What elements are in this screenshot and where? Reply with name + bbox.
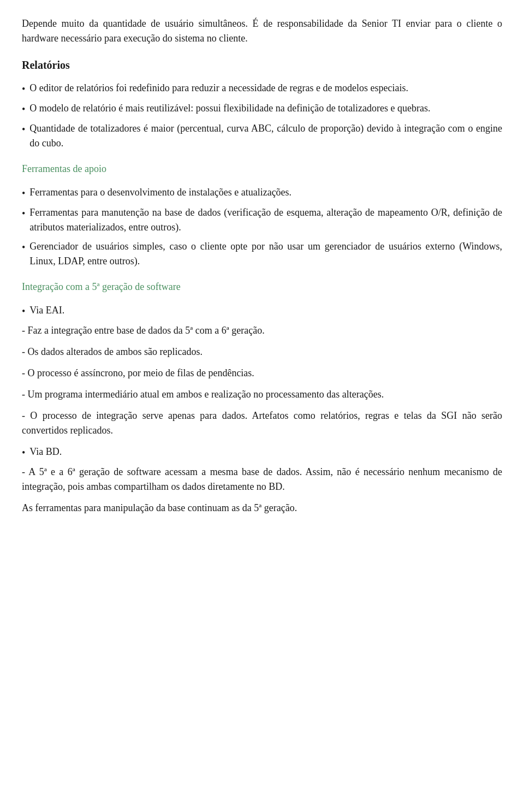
bullet-dot: • (22, 102, 25, 117)
bullet-dot: • (22, 304, 25, 319)
bullet-dot: • (22, 122, 25, 137)
relatorios-item-2: • O modelo de relatório é mais reutilizá… (22, 101, 502, 117)
bullet-dot: • (22, 446, 25, 460)
bullet-dot: • (22, 240, 25, 255)
bullet-dot: • (22, 82, 25, 97)
intro-paragraph: Depende muito da quantidade de usuário s… (22, 16, 502, 46)
relatorios-section: Relatórios • O editor de relatórios foi … (22, 57, 502, 151)
relatorios-item-3: • Quantidade de totalizadores é maior (p… (22, 121, 502, 151)
relatorios-item-1-text: O editor de relatórios foi redefinido pa… (29, 81, 502, 96)
relatorios-item-2-text: O modelo de relatório é mais reutilizáve… (29, 101, 502, 116)
relatorios-item-1: • O editor de relatórios foi redefinido … (22, 81, 502, 97)
integracao-item-7: • Via BD. (22, 444, 502, 460)
integracao-item-1-text: Via EAI. (29, 303, 502, 318)
integracao-section: Integração com a 5ª geração de software … (22, 280, 502, 515)
relatorios-heading: Relatórios (22, 57, 502, 73)
bullet-dot: • (22, 206, 25, 221)
ferramentas-item-1: • Ferramentas para o desenvolvimento de … (22, 185, 502, 201)
integracao-item-4: - O processo é assíncrono, por meio de f… (22, 366, 502, 381)
ferramentas-heading: Ferramentas de apoio (22, 162, 502, 176)
ferramentas-item-3-text: Gerenciador de usuários simples, caso o … (29, 239, 502, 269)
ferramentas-item-2-text: Ferramentas para manutenção na base de d… (29, 205, 502, 235)
ferramentas-item-2: • Ferramentas para manutenção na base de… (22, 205, 502, 235)
top-section: Depende muito da quantidade de usuário s… (22, 16, 502, 46)
integracao-item-3: - Os dados alterados de ambos são replic… (22, 345, 502, 359)
integracao-heading: Integração com a 5ª geração de software (22, 280, 502, 294)
integracao-item-9: As ferramentas para manipulação da base … (22, 501, 502, 515)
bullet-dot: • (22, 186, 25, 201)
integracao-item-5: - Um programa intermediário atual em amb… (22, 387, 502, 402)
integracao-item-6: - O processo de integração serve apenas … (22, 408, 502, 438)
relatorios-item-3-text: Quantidade de totalizadores é maior (per… (29, 121, 502, 151)
ferramentas-section: Ferramentas de apoio • Ferramentas para … (22, 162, 502, 269)
integracao-item-8: - A 5ª e a 6ª geração de software acessa… (22, 465, 502, 494)
ferramentas-item-3: • Gerenciador de usuários simples, caso … (22, 239, 502, 269)
integracao-item-7-text: Via BD. (29, 444, 502, 459)
main-content: Depende muito da quantidade de usuário s… (22, 16, 502, 515)
integracao-item-2: - Faz a integração entre base de dados d… (22, 323, 502, 338)
integracao-item-1: • Via EAI. (22, 303, 502, 319)
ferramentas-item-1-text: Ferramentas para o desenvolvimento de in… (29, 185, 502, 200)
